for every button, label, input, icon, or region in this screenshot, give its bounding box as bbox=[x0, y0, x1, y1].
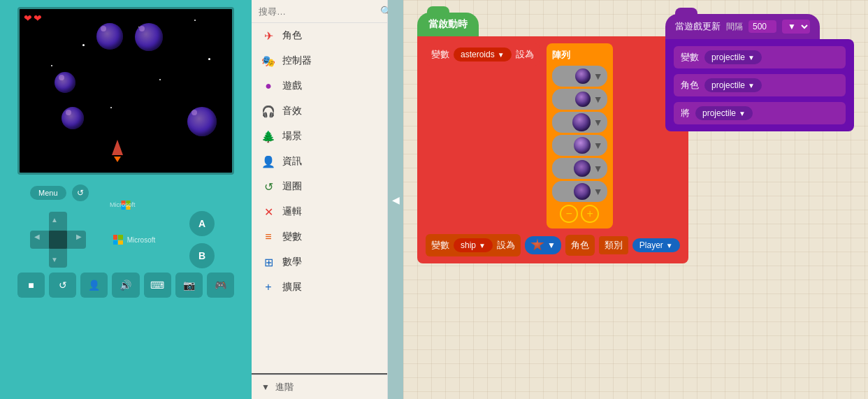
b-button[interactable]: B bbox=[189, 243, 215, 268]
game-preview-panel: ❤ ❤ Menu ↺ bbox=[0, 0, 252, 399]
projectile-dropdown-2[interactable]: projectile ▼ bbox=[704, 78, 762, 92]
hearts-display: ❤ ❤ bbox=[24, 13, 42, 24]
a-button[interactable]: A bbox=[189, 211, 215, 236]
array-item-4[interactable]: ▼ bbox=[552, 135, 607, 156]
array-item-1[interactable]: ▼ bbox=[552, 66, 607, 87]
category-math-label: 數學 bbox=[282, 256, 302, 268]
interval-label: 間隔 bbox=[726, 21, 743, 33]
category-variable[interactable]: ≡ 變數 bbox=[252, 224, 387, 249]
gamepad-button[interactable]: 🎮 bbox=[207, 273, 234, 298]
info-icon: 👤 bbox=[261, 154, 275, 168]
code-canvas[interactable]: 當啟動時 變數 asteroids ▼ 設為 bbox=[403, 0, 868, 399]
screenshot-button[interactable]: 👤 bbox=[80, 273, 108, 298]
array-item-6[interactable]: ▼ bbox=[552, 181, 607, 202]
controller-icon: 🎭 bbox=[261, 54, 275, 68]
asteroids-dropdown[interactable]: asteroids ▼ bbox=[454, 48, 512, 61]
asteroid-sprite bbox=[135, 23, 163, 51]
set-ship-block[interactable]: 變數 ship ▼ 設為 bbox=[426, 234, 521, 256]
category-list: ✈ 角色 🎭 控制器 ● 遊戲 🎧 音效 🌲 場景 👤 資訊 ↺ 迴圈 ✕ bbox=[252, 23, 387, 373]
category-extend[interactable]: + 擴展 bbox=[252, 275, 387, 300]
dropdown-arrow-icon: ▼ bbox=[748, 54, 755, 61]
category-logic[interactable]: ✕ 邏輯 bbox=[252, 199, 387, 224]
item-arrow: ▼ bbox=[593, 94, 603, 105]
game-screen: ❤ ❤ bbox=[17, 7, 234, 175]
refresh-button[interactable]: ↺ bbox=[72, 184, 89, 201]
keyboard-button[interactable]: ⌨ bbox=[144, 273, 171, 298]
var-row1-label: 變數 bbox=[681, 51, 699, 64]
category-scene[interactable]: 🌲 場景 bbox=[252, 124, 387, 149]
var-row-3[interactable]: 將 projectile ▼ bbox=[674, 102, 846, 124]
hat-notch: 當啟動時 bbox=[417, 13, 479, 36]
heart-1: ❤ bbox=[24, 13, 32, 24]
add-item-button[interactable]: + bbox=[581, 205, 599, 223]
category-character-label: 角色 bbox=[282, 29, 302, 42]
game-update-hat[interactable]: 當遊戲更新 間隔 ▼ bbox=[665, 14, 820, 39]
dpad[interactable]: ◀ ▶ ▲ ▼ bbox=[30, 212, 86, 268]
character-icon: ✈ bbox=[261, 29, 275, 43]
player-ship bbox=[110, 140, 124, 162]
item-arrow: ▼ bbox=[593, 71, 603, 82]
asteroid-sprite bbox=[187, 107, 217, 136]
rocket-sprite-icon bbox=[530, 238, 544, 252]
category-controller[interactable]: 🎭 控制器 bbox=[252, 48, 387, 73]
category-sound[interactable]: 🎧 音效 bbox=[252, 99, 387, 124]
item-arrow: ▼ bbox=[593, 186, 603, 197]
extend-icon: + bbox=[261, 280, 275, 294]
projectile-dropdown-3[interactable]: projectile ▼ bbox=[695, 106, 753, 120]
search-input[interactable] bbox=[259, 6, 376, 17]
type-block[interactable]: 角色 bbox=[565, 235, 595, 256]
star bbox=[159, 79, 161, 80]
restart-button[interactable]: ↺ bbox=[49, 273, 76, 298]
projectile-dropdown-1[interactable]: projectile ▼ bbox=[704, 50, 762, 64]
asteroid-sprite bbox=[55, 72, 75, 93]
menu-button[interactable]: Menu bbox=[30, 186, 66, 200]
category-character[interactable]: ✈ 角色 bbox=[252, 23, 387, 48]
stop-button[interactable]: ■ bbox=[17, 273, 45, 298]
scene-icon: 🌲 bbox=[261, 129, 275, 143]
dropdown-arrow-icon: ▼ bbox=[739, 110, 746, 117]
type-label: 類別 bbox=[599, 236, 628, 254]
set-variable-block[interactable]: 變數 asteroids ▼ 設為 bbox=[426, 43, 540, 66]
category-info[interactable]: 👤 資訊 bbox=[252, 149, 387, 174]
variable-icon: ≡ bbox=[261, 230, 275, 244]
category-extend-label: 擴展 bbox=[282, 281, 302, 293]
star bbox=[82, 44, 85, 46]
math-icon: ⊞ bbox=[261, 255, 275, 269]
category-controller-label: 控制器 bbox=[282, 55, 312, 67]
array-item-5[interactable]: ▼ bbox=[552, 158, 607, 179]
advanced-toggle[interactable]: ▼ 進階 bbox=[252, 375, 387, 399]
category-loop[interactable]: ↺ 迴圈 bbox=[252, 174, 387, 199]
dropdown-arrow-icon: ▼ bbox=[479, 242, 486, 249]
hat-block-label: 當啟動時 bbox=[428, 18, 468, 29]
asteroid-thumbnail bbox=[575, 92, 591, 107]
item-arrow: ▼ bbox=[593, 140, 603, 151]
remove-item-button[interactable]: − bbox=[560, 205, 578, 223]
array-item-2[interactable]: ▼ bbox=[552, 89, 607, 110]
game-icon: ● bbox=[261, 79, 275, 93]
interval-dropdown[interactable]: ▼ bbox=[782, 20, 810, 34]
dropdown-arrow-icon: ▼ bbox=[666, 242, 673, 249]
when-started-hat[interactable]: 當啟動時 bbox=[417, 13, 479, 36]
collapse-sidebar-button[interactable]: ◀ bbox=[388, 0, 403, 399]
var-row-2[interactable]: 角色 projectile ▼ bbox=[674, 74, 846, 96]
sprite-selector[interactable]: ▼ bbox=[525, 236, 561, 254]
camera-button[interactable]: 📷 bbox=[175, 273, 203, 298]
advanced-label: 進階 bbox=[275, 381, 294, 393]
array-item-3[interactable]: ▼ bbox=[552, 112, 607, 133]
chevron-down-icon: ▼ bbox=[547, 240, 556, 250]
dpad-area: ◀ ▶ ▲ ▼ Microsoft A B bbox=[17, 211, 234, 268]
sound-button[interactable]: 🔊 bbox=[112, 273, 139, 298]
category-logic-label: 邏輯 bbox=[282, 205, 302, 218]
var-row-1[interactable]: 變數 projectile ▼ bbox=[674, 46, 846, 68]
asteroid-sprite bbox=[62, 107, 84, 129]
dropdown-arrow-icon: ▼ bbox=[498, 51, 505, 59]
interval-input[interactable] bbox=[748, 20, 776, 33]
microsoft-branding: Microsoft bbox=[113, 235, 156, 245]
category-game[interactable]: ● 遊戲 bbox=[252, 73, 387, 99]
category-game-label: 遊戲 bbox=[282, 80, 302, 92]
ship-dropdown[interactable]: ship ▼ bbox=[454, 238, 493, 252]
heart-2: ❤ bbox=[34, 13, 42, 24]
player-dropdown[interactable]: Player ▼ bbox=[632, 238, 680, 252]
star bbox=[51, 65, 52, 66]
category-math[interactable]: ⊞ 數學 bbox=[252, 249, 387, 275]
